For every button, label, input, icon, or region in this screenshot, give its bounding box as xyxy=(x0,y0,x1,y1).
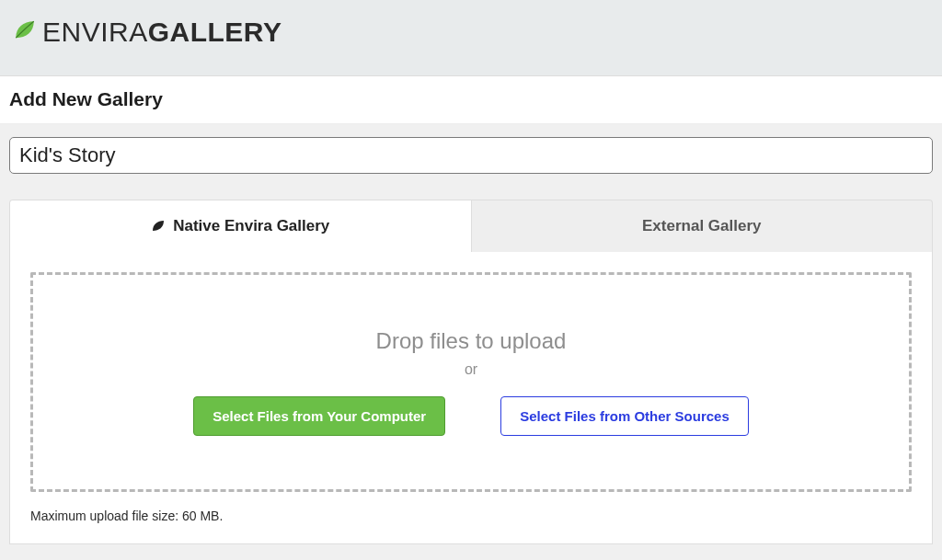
brand-header: ENVIRAGALLERY xyxy=(0,0,942,75)
page-title: Add New Gallery xyxy=(9,88,929,110)
leaf-icon xyxy=(151,219,166,234)
tab-external-label: External Gallery xyxy=(642,217,761,235)
drop-or: or xyxy=(52,361,890,378)
tab-panel: Drop files to upload or Select Files fro… xyxy=(9,252,933,544)
tab-native-label: Native Envira Gallery xyxy=(173,217,329,235)
leaf-icon xyxy=(13,18,37,46)
brand-logo: ENVIRAGALLERY xyxy=(13,17,929,48)
file-dropzone[interactable]: Drop files to upload or Select Files fro… xyxy=(30,272,912,492)
drop-title: Drop files to upload xyxy=(52,328,890,354)
select-files-other-button[interactable]: Select Files from Other Sources xyxy=(500,396,749,436)
tab-panel-wrap: Native Envira Gallery External Gallery D… xyxy=(9,200,933,544)
brand-name: ENVIRAGALLERY xyxy=(42,17,281,48)
drop-buttons: Select Files from Your Computer Select F… xyxy=(52,396,890,436)
page-title-bar: Add New Gallery xyxy=(0,75,942,124)
brand-name-bold: GALLERY xyxy=(148,17,282,47)
max-upload-note: Maximum upload file size: 60 MB. xyxy=(30,509,912,523)
tab-external-gallery[interactable]: External Gallery xyxy=(472,200,934,252)
brand-name-thin: ENVIRA xyxy=(42,17,148,47)
select-files-computer-button[interactable]: Select Files from Your Computer xyxy=(193,396,445,436)
tab-native-gallery[interactable]: Native Envira Gallery xyxy=(9,200,472,252)
tabs: Native Envira Gallery External Gallery xyxy=(9,200,933,252)
content-wrap: Native Envira Gallery External Gallery D… xyxy=(0,124,942,544)
gallery-title-input[interactable] xyxy=(9,137,933,174)
